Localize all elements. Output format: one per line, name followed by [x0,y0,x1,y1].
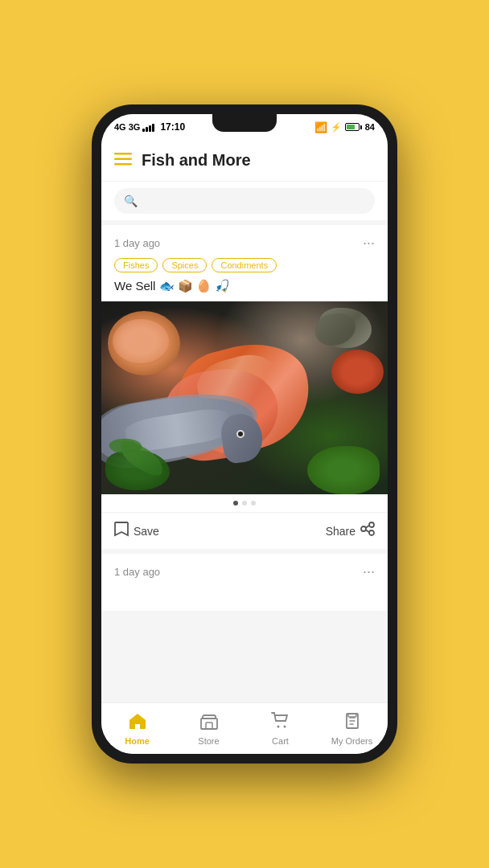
dot-3 [251,501,256,506]
post-header-2: 1 day ago ··· [101,554,388,587]
cart-icon [271,712,290,735]
nav-cart[interactable]: Cart [257,712,305,746]
post-time-1: 1 day ago [114,237,160,249]
svg-rect-5 [201,719,217,729]
tag-fishes[interactable]: Fishes [114,258,158,272]
store-nav-label: Store [198,736,219,746]
home-icon [128,712,147,735]
search-bar[interactable]: 🔍 [114,188,375,214]
cart-nav-label: Cart [272,736,289,746]
post-header-1: 1 day ago ··· [101,225,388,258]
tags-row-1: Fishes Spices Condiments [101,258,388,279]
post-time-2: 1 day ago [114,566,160,578]
bookmark-icon [114,521,129,541]
battery-percent: 84 [365,122,375,132]
svg-point-7 [277,725,279,727]
save-label: Save [134,525,159,538]
save-button[interactable]: Save [114,521,159,541]
svg-rect-0 [114,153,132,155]
svg-line-3 [366,526,370,529]
app-header: Fish and More [101,140,388,182]
svg-rect-6 [206,723,212,729]
orders-nav-label: My Orders [331,736,372,746]
phone-notch [212,114,277,132]
dot-1 [233,501,238,506]
share-label: Share [326,525,355,538]
tag-condiments[interactable]: Condiments [212,258,277,272]
more-options-button-1[interactable]: ··· [363,235,375,252]
home-nav-label: Home [125,736,150,746]
orders-icon [343,712,362,735]
battery-indicator [345,123,362,131]
share-button[interactable]: Share [326,522,375,540]
search-icon: 🔍 [124,194,138,207]
nav-store[interactable]: Store [185,712,233,746]
feed-content: 1 day ago ··· Fishes Spices Condiments W… [101,220,388,702]
post-card-2: 1 day ago ··· [101,554,388,611]
hamburger-menu-button[interactable] [114,151,132,170]
bottom-navigation: Home Store [101,702,388,754]
network-3g: 3G [129,122,141,132]
signal-icon [142,122,154,132]
tag-spices[interactable]: Spices [162,258,207,272]
charging-icon: ⚡ [331,122,342,133]
post-actions-1: Save Share [101,512,388,549]
dot-2 [242,501,247,506]
share-icon [360,522,375,540]
svg-rect-2 [114,163,132,166]
network-4g: 4G [114,122,126,132]
time-display: 17:10 [160,121,185,133]
status-left: 4G 3G 17:10 [114,121,185,133]
post-text-1: We Sell 🐟 📦 🥚 🎣 [101,279,388,301]
page-title: Fish and More [142,151,251,170]
image-carousel-dots [101,494,388,512]
status-right: 📶 ⚡ 84 [314,121,375,133]
svg-rect-1 [114,158,132,161]
more-options-button-2[interactable]: ··· [363,563,375,580]
post-image-1 [101,301,388,494]
nav-home[interactable]: Home [113,712,162,746]
nav-orders[interactable]: My Orders [328,712,376,746]
svg-point-8 [283,725,286,727]
post-card-1: 1 day ago ··· Fishes Spices Condiments W… [101,225,388,549]
store-icon [199,712,219,735]
wifi-icon: 📶 [314,121,327,133]
search-area: 🔍 [101,182,388,220]
